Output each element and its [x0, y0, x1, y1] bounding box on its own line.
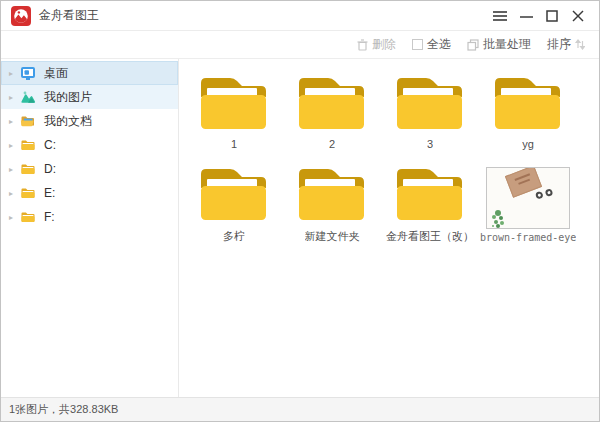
- sidebar-item-5[interactable]: ▸D:: [1, 157, 178, 181]
- sidebar-item-7[interactable]: ▸F:: [1, 205, 178, 229]
- window-title: 金舟看图王: [39, 7, 99, 24]
- drive-folder-icon: [20, 209, 37, 225]
- folder-icon: [198, 73, 270, 135]
- sidebar-item-label: 我的文档: [44, 113, 92, 130]
- pictures-icon: [20, 89, 37, 105]
- folder-item[interactable]: 3: [381, 73, 479, 150]
- image-item[interactable]: brown-framed-eye...: [479, 164, 577, 244]
- folder-name: 新建文件夹: [305, 229, 360, 244]
- drive-folder-icon: [20, 185, 37, 201]
- folder-icon: [394, 164, 466, 226]
- close-button[interactable]: [565, 2, 591, 30]
- folder-name: yg: [522, 138, 534, 150]
- image-name: brown-framed-eye...: [480, 232, 576, 243]
- tree-expand-arrow-icon[interactable]: ▸: [9, 69, 20, 78]
- drive-folder-icon: [20, 137, 37, 153]
- tree-expand-arrow-icon[interactable]: ▸: [9, 189, 20, 198]
- minimize-button[interactable]: [513, 2, 539, 30]
- select-all-checkbox[interactable]: [412, 39, 423, 50]
- sidebar-item-2[interactable]: ▸我的图片: [1, 85, 178, 109]
- tree-expand-arrow-icon[interactable]: ▸: [9, 213, 20, 222]
- folder-item[interactable]: 新建文件夹: [283, 164, 381, 244]
- batch-process-button[interactable]: 批量处理: [467, 36, 531, 53]
- maximize-button[interactable]: [539, 2, 565, 30]
- folder-item[interactable]: 金舟看图王（改）: [381, 164, 479, 244]
- batch-process-label: 批量处理: [483, 36, 531, 53]
- window-controls: [487, 2, 591, 30]
- folder-icon: [296, 164, 368, 226]
- sidebar-item-4[interactable]: ▸C:: [1, 133, 178, 157]
- drive-folder-icon: [20, 161, 37, 177]
- folder-icon: [198, 164, 270, 226]
- app-logo-icon: [11, 6, 31, 26]
- folder-item[interactable]: yg: [479, 73, 577, 150]
- folder-icon: [394, 73, 466, 135]
- sidebar-item-label: 我的图片: [44, 89, 92, 106]
- batch-icon: [467, 39, 479, 51]
- folder-name: 3: [427, 138, 433, 150]
- folder-name: 金舟看图王（改）: [386, 229, 474, 244]
- status-summary: 1张图片，共328.83KB: [9, 402, 118, 417]
- delete-button[interactable]: 删除: [357, 36, 396, 53]
- sidebar-item-label: D:: [44, 162, 56, 176]
- sidebar-item-label: F:: [44, 210, 55, 224]
- folder-name: 2: [329, 138, 335, 150]
- folder-icon: [492, 73, 564, 135]
- select-all-button[interactable]: 全选: [412, 36, 451, 53]
- folder-item[interactable]: 2: [283, 73, 381, 150]
- folder-item[interactable]: 1: [185, 73, 283, 150]
- sidebar-item-label: E:: [44, 186, 55, 200]
- folder-name: 1: [231, 138, 237, 150]
- image-thumbnail[interactable]: [486, 167, 570, 229]
- tree-expand-arrow-icon[interactable]: ▸: [9, 117, 20, 126]
- documents-icon: [20, 113, 37, 129]
- sidebar-item-label: 桌面: [44, 65, 68, 82]
- sort-label: 排序: [547, 36, 571, 53]
- tree-expand-arrow-icon[interactable]: ▸: [9, 141, 20, 150]
- sidebar-item-3[interactable]: ▸我的文档: [1, 109, 178, 133]
- folder-icon: [296, 73, 368, 135]
- select-all-label: 全选: [427, 36, 451, 53]
- menu-icon[interactable]: [487, 2, 513, 30]
- thumbnail-plant-graphic: [495, 210, 501, 216]
- status-bar: 1张图片，共328.83KB: [1, 397, 599, 421]
- title-bar: 金舟看图王: [1, 1, 599, 31]
- desktop-icon: [20, 65, 37, 81]
- sort-button[interactable]: 排序: [547, 36, 585, 53]
- folder-name: 多柠: [223, 229, 245, 244]
- sidebar-tree: ▸桌面▸我的图片▸我的文档▸C:▸D:▸E:▸F:: [1, 59, 179, 397]
- tree-expand-arrow-icon[interactable]: ▸: [9, 165, 20, 174]
- thumbnail-eyeglasses-graphic: [535, 188, 557, 203]
- trash-icon: [357, 39, 368, 51]
- sidebar-item-1[interactable]: ▸桌面: [1, 61, 178, 85]
- sidebar-item-label: C:: [44, 138, 56, 152]
- file-browser-area: 123yg多柠新建文件夹金舟看图王（改）brown-framed-eye...: [179, 59, 599, 397]
- tree-expand-arrow-icon[interactable]: ▸: [9, 93, 20, 102]
- delete-label: 删除: [372, 36, 396, 53]
- folder-grid: 123yg多柠新建文件夹金舟看图王（改）brown-framed-eye...: [185, 73, 599, 244]
- sidebar-item-6[interactable]: ▸E:: [1, 181, 178, 205]
- app-window: 金舟看图王 删除 全选: [0, 0, 600, 422]
- toolbar: 删除 全选 批量处理 排序: [1, 31, 599, 59]
- sort-arrows-icon: [575, 39, 585, 50]
- folder-item[interactable]: 多柠: [185, 164, 283, 244]
